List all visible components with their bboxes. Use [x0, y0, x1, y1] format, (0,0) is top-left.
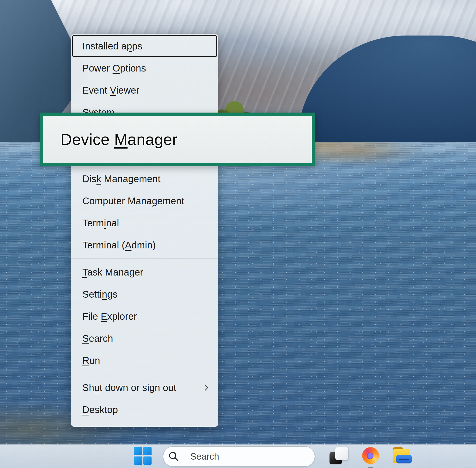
- callout-label: Device Manager: [61, 130, 178, 148]
- menu-item-run[interactable]: Run: [71, 350, 218, 371]
- menu-item-disk-management[interactable]: Disk Management: [71, 168, 218, 190]
- menu-item-label: File Explorer: [82, 311, 137, 322]
- menu-item-installed-apps[interactable]: Installed apps: [72, 35, 217, 57]
- menu-item-label: Power Options: [82, 63, 146, 74]
- menu-item-label: Computer Management: [82, 196, 184, 206]
- firefox-button[interactable]: [362, 447, 379, 464]
- task-view-button[interactable]: [329, 447, 349, 466]
- menu-item-label: Search: [82, 333, 113, 344]
- menu-item-label: Terminal (Admin): [82, 240, 156, 250]
- search-input[interactable]: [163, 446, 315, 467]
- menu-item-search[interactable]: Search: [71, 327, 218, 350]
- menu-item-label: Installed apps: [82, 41, 142, 52]
- menu-separator: [71, 259, 218, 259]
- menu-item-file-explorer[interactable]: File Explorer: [71, 305, 218, 327]
- menu-item-label: Event Viewer: [82, 85, 139, 96]
- menu-item-desktop[interactable]: Desktop: [71, 399, 218, 421]
- menu-item-computer-management[interactable]: Computer Management: [71, 190, 218, 212]
- firefox-running-indicator: [368, 467, 373, 468]
- menu-separator: [71, 374, 218, 374]
- menu-item-label: Run: [82, 355, 100, 366]
- windows-logo-icon: [134, 447, 142, 455]
- taskbar: [0, 444, 476, 468]
- menu-item-label: Shut down or sign out: [82, 382, 176, 393]
- menu-item-power-options[interactable]: Power Options: [71, 57, 218, 79]
- menu-item-terminal-admin[interactable]: Terminal (Admin): [71, 234, 218, 256]
- submenu-chevron-icon: [204, 384, 208, 392]
- menu-item-label: Settings: [82, 289, 117, 300]
- menu-item-label: Terminal: [82, 218, 119, 229]
- menu-item-event-viewer[interactable]: Event Viewer: [71, 79, 218, 101]
- menu-item-settings[interactable]: Settings: [71, 283, 218, 305]
- menu-item-terminal[interactable]: Terminal: [71, 212, 218, 234]
- menu-item-task-manager[interactable]: Task Manager: [71, 261, 218, 283]
- menu-item-label: Task Manager: [82, 267, 143, 278]
- menu-item-shut-down-or-sign-out[interactable]: Shut down or sign out: [71, 377, 218, 399]
- device-manager-highlight-callout: Device Manager: [40, 113, 315, 166]
- winx-menu: Installed appsPower OptionsEvent ViewerS…: [71, 34, 218, 427]
- menu-item-label: Desktop: [82, 404, 118, 415]
- file-explorer-button[interactable]: [393, 447, 412, 463]
- start-button[interactable]: [134, 447, 152, 465]
- desktop[interactable]: Installed appsPower OptionsEvent ViewerS…: [0, 0, 476, 468]
- menu-item-label: Disk Management: [82, 174, 160, 184]
